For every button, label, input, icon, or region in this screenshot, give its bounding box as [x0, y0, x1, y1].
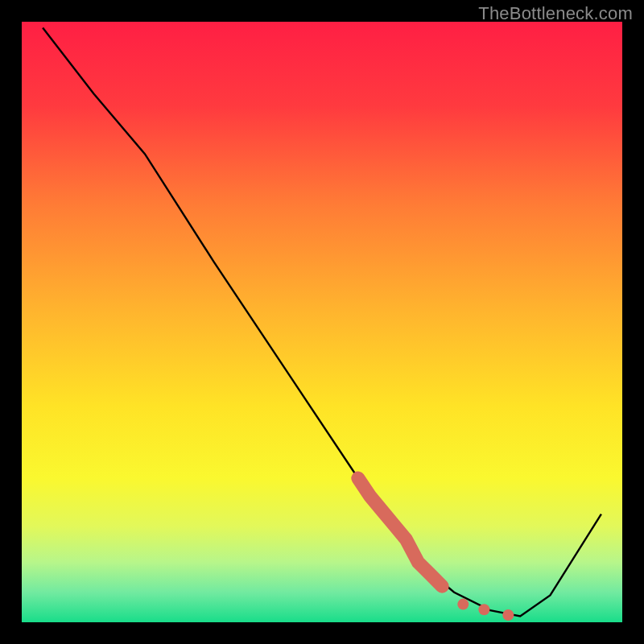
highlight-dot [478, 604, 489, 615]
highlight-dot [502, 609, 514, 621]
bottleneck-chart [0, 0, 644, 644]
plot-background [22, 22, 622, 622]
highlight-dot [457, 599, 469, 610]
watermark-text: TheBottleneck.com [478, 3, 633, 24]
